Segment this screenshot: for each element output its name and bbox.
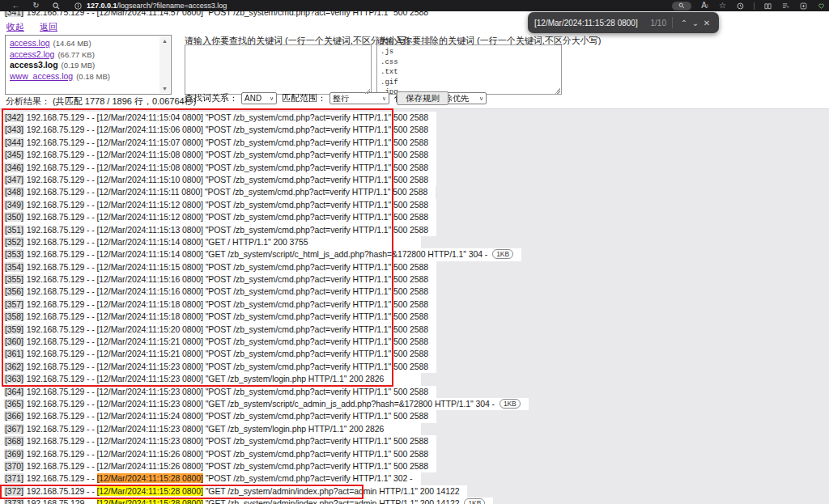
timestamp: [12/Mar/2024:11:15:04 0800]: [97, 112, 203, 122]
toolbar-separator: [754, 2, 755, 10]
line-number: [365]: [4, 399, 24, 409]
save-rules-button[interactable]: 保存规则: [397, 91, 449, 105]
exclude-keywords-textarea[interactable]: [376, 44, 562, 95]
line-number: [344]: [4, 138, 24, 147]
read-aloud-icon[interactable]: A): [700, 2, 709, 11]
url-path: /logsearch/?filename=access3.log: [117, 2, 227, 10]
collections-icon[interactable]: [781, 2, 790, 11]
browser-right-icons: A) ☆: [672, 0, 826, 11]
line-number: [363]: [4, 374, 24, 383]
log-row: [354] 192.168.75.129 - - [12/Mar/2024:11…: [0, 261, 436, 273]
refresh-icon[interactable]: ↻: [32, 2, 40, 11]
browser-toolbar: ← ↻ 127.0.0.1/logsearch/?filename=access…: [0, 0, 829, 11]
file-size: (0.18 MB): [76, 72, 110, 81]
file-list-scrollbar[interactable]: ▲ ▼: [159, 36, 170, 93]
file-list-item[interactable]: access.log(14.64 MB): [10, 38, 158, 49]
log-row: [342] 192.168.75.129 - - [12/Mar/2024:11…: [0, 112, 436, 124]
address-bar[interactable]: 127.0.0.1/logsearch/?filename=access3.lo…: [74, 2, 227, 11]
scroll-up-icon[interactable]: ▲: [162, 38, 168, 44]
include-keywords-textarea[interactable]: [185, 44, 372, 95]
timestamp: [12/Mar/2024:11:15:12 0800]: [97, 200, 203, 210]
log-row: [357] 192.168.75.129 - - [12/Mar/2024:11…: [0, 299, 436, 311]
file-size: (66.77 KB): [57, 50, 94, 59]
log-row: [363] 192.168.75.129 - - [12/Mar/2024:11…: [0, 373, 421, 385]
timestamp: [12/Mar/2024:11:15:23 0800]: [97, 374, 203, 383]
log-row: [369] 192.168.75.129 - - [12/Mar/2024:11…: [0, 448, 436, 460]
log-row: [371] 192.168.75.129 - - [12/Mar/2024:11…: [0, 472, 421, 485]
size-badge: 1KB: [500, 399, 521, 409]
scope-select[interactable]: 整行∨: [329, 92, 389, 104]
line-number: [352]: [4, 237, 24, 247]
screenshot-icon[interactable]: [799, 2, 808, 11]
file-link[interactable]: access3.log: [10, 60, 58, 70]
timestamp: [12/Mar/2024:11:15:21 0800]: [97, 349, 203, 358]
find-query-text[interactable]: [12/Mar/2024:11:15:28 0800]: [534, 19, 638, 28]
browser-essentials-icon[interactable]: [817, 2, 826, 11]
line-number: [360]: [4, 337, 24, 346]
file-list-item[interactable]: access2.log(66.77 KB): [10, 49, 158, 61]
timestamp: [12/Mar/2024:11:15:23 0800]: [97, 399, 203, 409]
line-number: [351]: [4, 225, 24, 235]
timestamp: [12/Mar/2024:11:15:08 0800]: [97, 163, 203, 172]
timestamp: [12/Mar/2024:11:15:08 0800]: [97, 150, 203, 159]
size-badge: 1KB: [464, 498, 485, 504]
log-row: [343] 192.168.75.129 - - [12/Mar/2024:11…: [0, 124, 436, 136]
log-row: [351] 192.168.75.129 - - [12/Mar/2024:11…: [0, 224, 436, 236]
timestamp: [12/Mar/2024:11:15:28 0800]: [97, 498, 203, 504]
line-number: [369]: [4, 449, 24, 459]
panel-links: 收起 返回: [6, 21, 70, 33]
textarea-resize-grip[interactable]: [555, 88, 560, 94]
back-icon[interactable]: ←: [11, 2, 20, 11]
timestamp: [12/Mar/2024:11:15:20 0800]: [97, 324, 203, 334]
timestamp: [12/Mar/2024:11:15:14 0800]: [97, 237, 203, 247]
favorites-star-icon[interactable]: ☆: [718, 2, 727, 11]
log-row: [347] 192.168.75.129 - - [12/Mar/2024:11…: [0, 174, 436, 186]
line-number: [361]: [4, 349, 24, 358]
log-list: [342] 192.168.75.129 - - [12/Mar/2024:11…: [0, 112, 529, 504]
relation-select[interactable]: AND∨: [241, 92, 277, 104]
line-number: [350]: [4, 212, 24, 222]
line-number: [356]: [4, 286, 24, 296]
textarea-resize-grip[interactable]: [364, 88, 370, 94]
file-link[interactable]: access.log: [10, 38, 50, 48]
find-close-icon[interactable]: ✕: [701, 19, 712, 28]
search-icon[interactable]: [52, 2, 61, 11]
log-row: [353] 192.168.75.129 - - [12/Mar/2024:11…: [0, 248, 521, 260]
analysis-summary: 分析结果： (共匹配 1778 / 1896 行，0.06764秒): [6, 95, 196, 108]
timestamp: [12/Mar/2024:11:15:26 0800]: [97, 449, 203, 459]
timestamp: [12/Mar/2024:11:15:21 0800]: [97, 337, 203, 346]
find-previous-icon[interactable]: ⌃: [678, 19, 690, 28]
screenshot-stage: [341] 192.168.75.129 - - [12/Mar/2024:11…: [0, 0, 829, 504]
timestamp: [12/Mar/2024:11:15:16 0800]: [97, 286, 203, 296]
scroll-down-icon[interactable]: ▼: [162, 86, 168, 91]
size-badge: 1KB: [492, 249, 513, 259]
find-in-page-bar: [12/Mar/2024:11:15:28 0800] 1/10 ⌃ ⌄ ✕: [528, 12, 719, 33]
file-list-item[interactable]: access3.log(0.19 MB): [10, 60, 158, 71]
chevron-down-icon: ∨: [382, 95, 386, 102]
log-row: [355] 192.168.75.129 - - [12/Mar/2024:11…: [0, 273, 436, 286]
line-number: [373]: [4, 498, 24, 504]
reading-list-icon[interactable]: [763, 2, 772, 11]
file-link[interactable]: access2.log: [10, 49, 54, 59]
line-number: [345]: [4, 150, 24, 159]
file-list-item[interactable]: www_access.log(0.18 MB): [10, 71, 158, 83]
history-icon[interactable]: [736, 2, 745, 11]
file-link[interactable]: www_access.log: [10, 71, 73, 81]
log-row: [373] 192.168.75.129 - - [12/Mar/2024:11…: [0, 498, 493, 504]
relation-label: 查找词关系：: [185, 92, 238, 104]
timestamp: [12/Mar/2024:11:15:23 0800]: [97, 424, 203, 434]
line-number: [370]: [4, 461, 24, 471]
log-row: [349] 192.168.75.129 - - [12/Mar/2024:11…: [0, 199, 436, 211]
line-number: [342]: [4, 112, 24, 122]
log-row: [352] 192.168.75.129 - - [12/Mar/2024:11…: [0, 236, 421, 248]
line-number: [346]: [4, 163, 24, 172]
find-next-icon[interactable]: ⌄: [690, 19, 701, 28]
collapse-link[interactable]: 收起: [6, 22, 24, 32]
back-link[interactable]: 返回: [40, 22, 57, 32]
site-info-icon[interactable]: [74, 2, 83, 11]
timestamp: [12/Mar/2024:11:15:23 0800]: [97, 436, 203, 446]
find-on-page-icon[interactable]: [672, 2, 691, 11]
timestamp: [12/Mar/2024:11:15:12 0800]: [97, 212, 203, 222]
file-size: (14.64 MB): [53, 39, 91, 48]
chevron-down-icon: ∨: [479, 95, 483, 102]
